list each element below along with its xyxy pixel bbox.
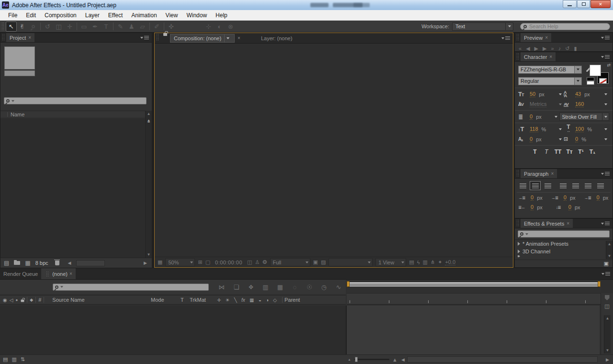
frame-blending-icon[interactable]: ▦ bbox=[274, 284, 286, 291]
scroll-left-icon[interactable]: ◀ bbox=[68, 261, 71, 265]
effects-search-box[interactable] bbox=[518, 230, 610, 238]
close-icon[interactable]: × bbox=[545, 35, 548, 40]
menu-effect[interactable]: Effect bbox=[104, 10, 127, 20]
menu-edit[interactable]: Edit bbox=[22, 10, 40, 20]
workspace-dropdown[interactable]: Text bbox=[452, 23, 513, 31]
expand-transfer-controls-icon[interactable]: ▥ bbox=[11, 356, 16, 363]
project-flowchart-icon[interactable]: ⋔ bbox=[146, 119, 152, 124]
comp-mini-flowchart-icon[interactable]: ⋈ bbox=[216, 284, 228, 291]
layer-list-area[interactable] bbox=[0, 306, 346, 354]
zoom-in-icon[interactable]: ▲ bbox=[392, 357, 397, 363]
label-column-icon[interactable]: ◆ bbox=[30, 297, 33, 302]
project-bit-depth[interactable]: 8 bpc bbox=[35, 260, 48, 266]
search-help-box[interactable] bbox=[520, 23, 610, 30]
track-area[interactable] bbox=[347, 306, 600, 354]
tab-layer[interactable]: Layer: (none) bbox=[258, 33, 295, 43]
leading-dropdown[interactable] bbox=[604, 93, 607, 95]
scroll-up-icon[interactable]: ▲ bbox=[604, 316, 611, 320]
superscript-button[interactable]: T¹ bbox=[576, 148, 586, 155]
menu-help[interactable]: Help bbox=[211, 10, 232, 20]
font-size-dropdown[interactable] bbox=[559, 93, 562, 95]
align-right-button[interactable] bbox=[542, 181, 553, 190]
transparency-grid-icon[interactable]: ▨ bbox=[321, 259, 326, 265]
paragraph-panel-menu[interactable] bbox=[598, 169, 613, 178]
frame-blend-switch-icon[interactable]: ▦ bbox=[250, 297, 254, 303]
local-axis-mode-button[interactable]: ⊹ bbox=[203, 22, 214, 32]
pixel-aspect-icon[interactable]: ▥ bbox=[423, 259, 428, 265]
prev-frame-button[interactable]: ◀ bbox=[526, 46, 530, 51]
new-composition-icon[interactable]: ▦ bbox=[25, 260, 30, 266]
justify-last-left-button[interactable] bbox=[557, 181, 568, 190]
project-panel-menu[interactable] bbox=[137, 33, 152, 42]
menu-window[interactable]: Window bbox=[182, 10, 211, 20]
justify-all-button[interactable] bbox=[595, 181, 606, 190]
kerning-dropdown[interactable] bbox=[559, 103, 562, 105]
subscript-button[interactable]: T₁ bbox=[587, 148, 598, 155]
column-parent[interactable]: Parent bbox=[284, 297, 300, 303]
project-panel-grip[interactable] bbox=[2, 33, 5, 40]
mask-visibility-icon[interactable]: ▢ bbox=[205, 259, 210, 265]
eraser-tool[interactable]: ▱ bbox=[137, 22, 148, 32]
restore-button[interactable] bbox=[577, 0, 590, 8]
align-center-button[interactable] bbox=[530, 181, 541, 190]
scroll-right-icon[interactable]: ▶ bbox=[606, 357, 609, 362]
character-panel-grip[interactable] bbox=[516, 52, 519, 59]
work-area-end-handle[interactable] bbox=[598, 281, 601, 287]
zoom-out-icon[interactable]: ▲ bbox=[348, 358, 351, 361]
tab-render-queue[interactable]: Render Queue bbox=[0, 268, 41, 279]
scroll-down-icon[interactable]: ▼ bbox=[604, 348, 611, 353]
video-switch-icon[interactable]: ◉ bbox=[3, 297, 7, 303]
leading-field[interactable]: AᴵA 43px bbox=[564, 91, 609, 98]
zoom-slider-thumb[interactable] bbox=[355, 357, 358, 362]
current-time-display[interactable]: 0:00:00:00 bbox=[215, 260, 242, 265]
menu-file[interactable]: File bbox=[4, 10, 22, 20]
project-search-box[interactable] bbox=[4, 97, 147, 104]
last-frame-button[interactable]: » bbox=[551, 46, 554, 51]
fill-color-swatch[interactable] bbox=[590, 65, 601, 76]
new-folder-icon[interactable] bbox=[14, 261, 20, 265]
brush-tool[interactable]: ✎ bbox=[115, 22, 126, 32]
scroll-left-icon[interactable]: ◀ bbox=[401, 357, 405, 362]
preview-panel-menu[interactable] bbox=[598, 33, 613, 42]
font-style-dropdown-button[interactable] bbox=[575, 77, 582, 85]
timeline-search-input[interactable] bbox=[65, 284, 206, 290]
scroll-up-icon[interactable]: ▲ bbox=[146, 112, 152, 116]
graph-editor-icon[interactable]: ∿ bbox=[332, 284, 345, 291]
effects-search-input[interactable] bbox=[530, 231, 607, 237]
close-icon[interactable]: × bbox=[549, 54, 552, 59]
adjustment-switch-icon[interactable]: ◑ bbox=[266, 297, 269, 303]
ram-preview-button[interactable]: ▮ bbox=[574, 46, 577, 51]
brainstorm-icon[interactable]: ☉ bbox=[303, 284, 316, 291]
audio-switch-icon[interactable]: ◁ bbox=[10, 297, 13, 303]
close-button[interactable]: ✕ bbox=[590, 0, 611, 8]
menu-layer[interactable]: Layer bbox=[81, 10, 104, 20]
column-trkmat[interactable]: TrkMat bbox=[190, 297, 206, 303]
twirl-icon[interactable] bbox=[518, 242, 520, 246]
effects-category-clipped[interactable] bbox=[515, 255, 613, 257]
live-update-icon[interactable]: ❏ bbox=[230, 284, 243, 291]
comp-button-icon[interactable]: ◫ bbox=[601, 303, 613, 309]
view-axis-mode-button[interactable]: ⊗ bbox=[225, 22, 236, 32]
vertical-scale-field[interactable]: ↕T 118% bbox=[518, 125, 564, 133]
stroke-width-dropdown[interactable] bbox=[555, 116, 557, 118]
scroll-down-icon[interactable]: ▼ bbox=[146, 252, 152, 257]
view-layout-aux-dropdown[interactable] bbox=[329, 258, 373, 266]
world-axis-mode-button[interactable]: ◐ bbox=[214, 22, 225, 32]
font-style-select[interactable]: Regular bbox=[518, 77, 575, 85]
view-layout-dropdown[interactable]: 1 View bbox=[375, 258, 406, 266]
column-header-name[interactable]: Name bbox=[11, 112, 24, 117]
kerning-field[interactable]: A⃖V Metrics bbox=[518, 102, 564, 107]
stroke-width-field[interactable]: ≣ 0px bbox=[518, 114, 559, 120]
h-scrollbar-thumb[interactable] bbox=[76, 260, 105, 266]
region-of-interest-icon[interactable]: ▣ bbox=[313, 259, 318, 265]
baseline-shift-field[interactable]: Aₐ 0px bbox=[518, 136, 564, 142]
minimize-button[interactable] bbox=[563, 0, 577, 8]
twirl-icon[interactable] bbox=[518, 250, 520, 253]
tab-project[interactable]: Project× bbox=[6, 33, 34, 42]
tracking-field[interactable]: AV 160 bbox=[564, 102, 609, 107]
time-ruler[interactable] bbox=[347, 293, 601, 305]
type-tool[interactable]: T bbox=[101, 22, 112, 32]
reset-exposure-icon[interactable]: ✦ bbox=[438, 259, 442, 265]
magnification-dropdown[interactable]: 50% bbox=[165, 258, 195, 266]
align-left-button[interactable] bbox=[517, 181, 528, 190]
